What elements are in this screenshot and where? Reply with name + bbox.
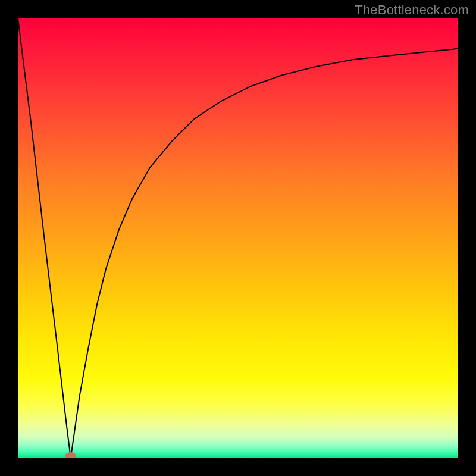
chart-frame: TheBottleneck.com [0, 0, 476, 476]
bottleneck-curve [18, 18, 458, 458]
curve-svg [18, 18, 458, 458]
min-marker [65, 452, 76, 458]
watermark-text: TheBottleneck.com [355, 2, 469, 18]
plot-area [18, 18, 458, 458]
